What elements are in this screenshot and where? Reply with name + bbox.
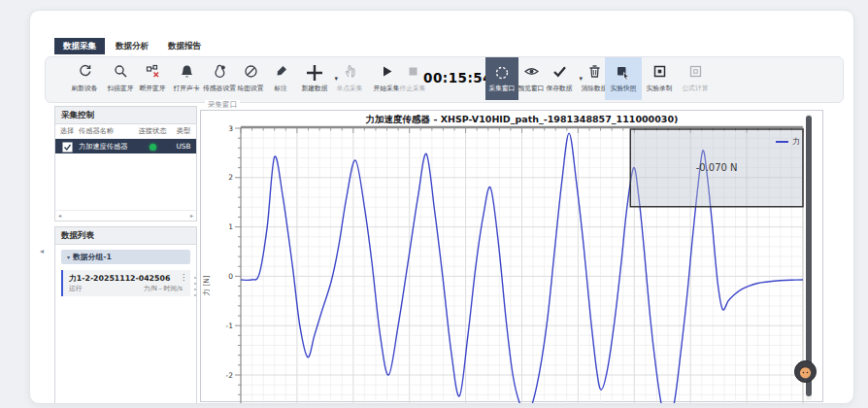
y-axis-label: 力 [N] [202,275,211,295]
chart-title: 力加速度传感器 - XHSP-V10HID_path_-1981348857_1… [241,114,803,126]
data-group-label: 数据分组-1 [73,253,112,261]
group-caret-icon: ▾ [67,254,70,260]
toolbar: 刷新设备 扫描蓝牙 断开蓝牙 打开声卡 传感器设置 绘图设置 标注 [45,56,844,103]
main-tabbar: 数据采集 数据分析 数据报告 [54,38,210,54]
single-point-collect-button[interactable]: 单点采集 [330,63,369,93]
collection-control-panel: 采集控制 选择 传感器名称 连接状态 类型 力加速度传感器 USB ◂ ▸ [54,106,197,221]
sensor-type: USB [172,139,195,153]
y-tick-label: 2 [228,173,233,182]
record-frame-icon [640,63,679,83]
tab-data-report[interactable]: 数据报告 [159,38,210,54]
data-list-item[interactable]: 力1-2-20251112-042506 ⋮ 运行 力/N－时间/s [61,270,190,296]
col-conn-status: 连接状态 [133,124,172,138]
avatar-face-icon [794,360,817,383]
cursor-capture-icon [605,64,642,84]
annotate-button[interactable]: 标注 [261,63,300,93]
sidebar-collapse-icon[interactable]: ◂ [40,247,44,255]
data-list-title: 数据列表 [55,227,196,245]
scrollbar-thumb[interactable] [806,116,812,396]
y-tick-label: -1 [226,322,234,330]
refresh-device-button[interactable]: 刷新设备 [65,63,104,93]
item-menu-icon[interactable]: ⋮ [180,273,187,282]
sensor-checkbox[interactable] [62,142,73,153]
legend-line-swatch [776,141,788,143]
y-tick-label: 3 [228,125,233,133]
collection-control-title: 采集控制 [55,107,196,124]
tab-data-analysis[interactable]: 数据分析 [107,38,157,54]
collection-timer: 00:15:54 [423,70,484,85]
experiment-snapshot-button[interactable]: 实验快照 [605,57,642,100]
annotation-value-label: -0.070 N [696,162,738,173]
status-dot [150,144,156,151]
legend-series-label: 力 [792,136,800,147]
data-group-row[interactable]: ▾数据分组-1 [61,250,190,264]
collection-window-group-label: 采集窗口 [205,100,240,110]
tab-data-collection[interactable]: 数据采集 [54,38,105,54]
sensor-table-hscrollbar[interactable]: ◂ ▸ [55,210,196,221]
sensor-name: 力加速度传感器 [79,139,133,153]
y-tick-label: 1 [228,222,233,231]
check-icon [540,63,579,83]
new-data-button[interactable]: ▾ 新建数据 [295,63,334,93]
col-type: 类型 [172,124,195,138]
col-select: 选择 [55,124,79,138]
save-data-button[interactable]: ▾ 保存数据 [540,63,579,93]
sensor-table-row[interactable]: 力加速度传感器 USB [55,139,196,153]
data-list-panel: 数据列表 ▾数据分组-1 力1-2-20251112-042506 ⋮ 运行 力… [54,226,197,404]
refresh-icon [65,63,104,83]
scroll-right-icon[interactable]: ▸ [190,212,193,219]
hand-pointer-icon [330,63,369,83]
marker-icon [261,63,300,83]
y-tick-label: 0 [228,272,233,281]
disconnect-bluetooth-button[interactable]: 断开蓝牙 [133,63,172,93]
formula-calc-button[interactable]: 公式计算 [676,63,715,93]
formula-icon [676,63,715,83]
app-window: 数据采集 数据分析 数据报告 刷新设备 扫描蓝牙 断开蓝牙 打开声卡 传感器设置… [29,10,854,404]
data-item-status: 运行 [69,284,83,293]
chart-legend: 力 [776,136,800,147]
data-item-axes: 力/N－时间/s [144,284,183,293]
experiment-record-button[interactable]: 实验录制 [640,63,679,93]
col-sensor-name: 传感器名称 [79,124,133,138]
data-item-name: 力1-2-20251112-042506 [69,273,170,284]
sensor-table-header: 选择 传感器名称 连接状态 类型 [55,124,196,139]
chart-vertical-scrollbar[interactable] [806,114,812,400]
y-tick-label: -2 [226,371,234,380]
panel-splitter-handle[interactable] [194,277,197,300]
scroll-left-icon[interactable]: ◂ [58,212,61,219]
bluetooth-disconnect-icon [133,63,172,83]
force-time-plot[interactable]: 3210-1-2力 [N]-0.070 N [199,125,806,403]
assistant-floating-button[interactable] [794,360,817,383]
plus-icon [295,63,334,83]
